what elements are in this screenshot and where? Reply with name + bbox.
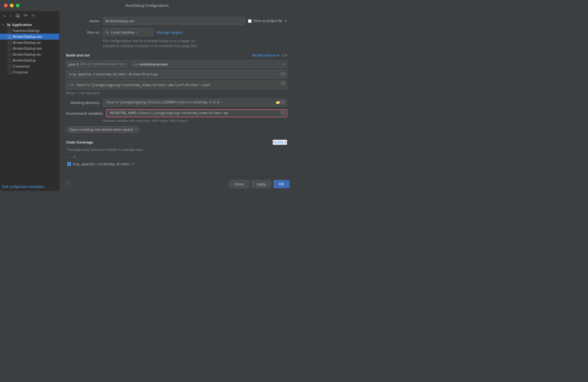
java-sdk-label: java 8 [69, 62, 79, 66]
code-coverage-title: Code Coverage [66, 140, 93, 144]
coverage-modify-label: Modify [273, 140, 284, 144]
svg-rect-4 [7, 23, 8, 24]
build-run-section-header: Build and run Modify options ▾ ⌥M [66, 53, 287, 57]
java-sdk-row: java 8 SDK of 'rocketmq-broker' mo ▾ -cp… [66, 60, 287, 68]
edit-templates-link[interactable]: Edit configuration templates... [2, 185, 47, 189]
code-coverage-header: Code Coverage Modify ▾ [66, 140, 287, 145]
sidebar-group-label: Application [12, 23, 32, 27]
working-dir-field[interactable]: /Users/jiangpingping/IntelliJIDEAProject… [103, 99, 287, 107]
program-args-input[interactable] [66, 81, 287, 90]
traffic-lights [4, 4, 20, 7]
folder-browse-icon[interactable]: 📁 [276, 100, 280, 105]
content-body: Name: Store as project file ⚙ Run on: 🖥 … [59, 11, 294, 177]
sidebar-item-namesrvstartup[interactable]: ▷ NamesrvStartup [0, 28, 59, 34]
coverage-modify-button[interactable]: Modify ▾ [273, 140, 287, 145]
apply-button[interactable]: Apply [251, 180, 271, 188]
sidebar-footer: Edit configuration templates... [0, 182, 59, 191]
svg-rect-7 [281, 101, 284, 104]
sidebar-item-brokerstartup-as[interactable]: ▷ BrokerStartup-as [0, 40, 59, 45]
name-input[interactable] [103, 17, 245, 25]
working-dir-value: /Users/jiangpingping/IntelliJIDEAProject… [105, 101, 219, 105]
dropdown-arrow-icon: ▾ [136, 31, 138, 34]
sidebar-item-producer[interactable]: ▷ Producer [0, 69, 59, 75]
run-on-row: Run on: 🖥 Local machine ▾ Manage targets… [66, 28, 287, 36]
dir-icons: 📁 [276, 100, 285, 105]
edit-args-button[interactable] [280, 81, 286, 86]
sort-configs-button[interactable] [31, 13, 37, 18]
content-panel: Name: Store as project file ⚙ Run on: 🖥 … [59, 11, 294, 191]
svg-rect-8 [281, 112, 285, 114]
store-project-file-row: Store as project file ⚙ [248, 19, 287, 23]
env-vars-field[interactable]: ROCKETMQ_HOME=/Users/jiangpingping/rocke… [106, 109, 287, 117]
store-project-file-label: Store as project file [253, 19, 282, 23]
chevron-down-icon: ▾ [2, 23, 6, 26]
sidebar-item-label: Producer [13, 70, 28, 74]
open-debug-label: Open run/debug tool window when started [69, 128, 133, 132]
sdk-arrow-icon: ▾ [124, 63, 126, 66]
minimize-window-button[interactable] [10, 4, 14, 7]
env-vars-edit-icon[interactable] [281, 111, 285, 116]
name-label: Name: [66, 19, 100, 23]
edit-main-class-button[interactable] [280, 71, 286, 77]
sidebar-item-label: NamesrvStartup [13, 29, 40, 33]
main-class-row: ⤢ [66, 70, 287, 79]
modify-options-button[interactable]: Modify options ▾ ⌥M [252, 53, 287, 57]
maximize-window-button[interactable] [16, 4, 20, 7]
gear-icon[interactable]: ⚙ [284, 19, 287, 23]
cp-dropdown[interactable]: -cp rocketmq-broker ▾ [130, 60, 287, 68]
config-icon: ▷ [8, 29, 12, 33]
ok-button[interactable]: OK [273, 180, 289, 188]
remove-chip-button[interactable]: × [135, 127, 137, 132]
main-class-input[interactable] [66, 70, 287, 79]
coverage-remove-button[interactable]: − [67, 154, 71, 160]
sidebar-item-label: BrokerStartup-as [13, 40, 41, 45]
svg-rect-1 [16, 14, 19, 17]
coverage-item-checkbox[interactable] [67, 162, 71, 166]
open-debug-chip: Open run/debug tool window when started … [66, 126, 287, 137]
expand-main-class-button[interactable]: ⤢ [275, 72, 280, 77]
add-config-button[interactable]: + [2, 13, 7, 19]
sidebar: + − ▾ [0, 11, 59, 191]
sidebar-item-consumer[interactable]: ▷ Consumer [0, 63, 59, 69]
edit-dir-icon[interactable] [281, 100, 285, 105]
name-row: Name: Store as project file ⚙ [66, 17, 287, 25]
config-icon: ▷ [8, 41, 12, 45]
run-on-dropdown[interactable]: 🖥 Local machine ▾ [103, 28, 154, 36]
svg-rect-6 [281, 82, 285, 84]
run-on-label: Run on: [66, 30, 100, 34]
expand-args-button[interactable]: ⤢ [275, 81, 280, 85]
sidebar-item-brokerstartup[interactable]: ▷ BrokerStartup [0, 57, 59, 63]
sidebar-item-label: Consumer [13, 64, 30, 68]
coverage-add-button[interactable]: + [73, 154, 76, 160]
close-window-button[interactable] [4, 4, 8, 7]
config-icon-selected: ▷ [8, 35, 12, 39]
close-button[interactable]: Close [229, 180, 249, 188]
config-icon: ▷ [8, 58, 12, 62]
sidebar-item-brokerstartup-bs[interactable]: ▷ BrokerStartup-bs [0, 51, 59, 57]
sidebar-toolbar: + − [0, 11, 59, 21]
manage-targets-link[interactable]: Manage targets... [157, 30, 185, 34]
svg-rect-2 [24, 15, 26, 16]
env-vars-row: Environment variables: ROCKETMQ_HOME=/Us… [66, 109, 287, 117]
move-to-group-button[interactable] [23, 13, 29, 18]
store-project-file-checkbox[interactable] [248, 19, 252, 23]
window-title: Run/Debug Configurations [125, 3, 168, 8]
copy-config-button[interactable] [15, 13, 21, 18]
java-sdk-sub: SDK of 'rocketmq-broker' mo [80, 62, 123, 66]
remove-config-button[interactable]: − [8, 13, 13, 19]
sidebar-item-brokerstartup-bm[interactable]: ▷ BrokerStartup-bm [0, 45, 59, 51]
run-hint: Run configurations may be executed local… [103, 38, 287, 49]
run-hint-line1: Run configurations may be executed local… [103, 38, 287, 44]
sidebar-group-application[interactable]: ▾ Application [0, 22, 59, 28]
press-hint: Press ⌥ for field hints [66, 91, 287, 95]
config-icon: ▷ [8, 64, 12, 68]
run-on-value: Local machine [111, 30, 135, 34]
sidebar-item-brokerstartup-am[interactable]: ▷ BrokerStartup-am [0, 34, 59, 40]
working-dir-row: Working directory: /Users/jiangpingping/… [66, 99, 287, 107]
config-icon: ▷ [8, 47, 12, 51]
help-button[interactable]: ? [64, 181, 71, 188]
java-sdk-dropdown[interactable]: java 8 SDK of 'rocketmq-broker' mo ▾ [66, 60, 128, 68]
config-icon: ▷ [8, 70, 12, 74]
svg-rect-5 [281, 73, 285, 75]
cp-arrow-icon: ▾ [283, 63, 285, 66]
